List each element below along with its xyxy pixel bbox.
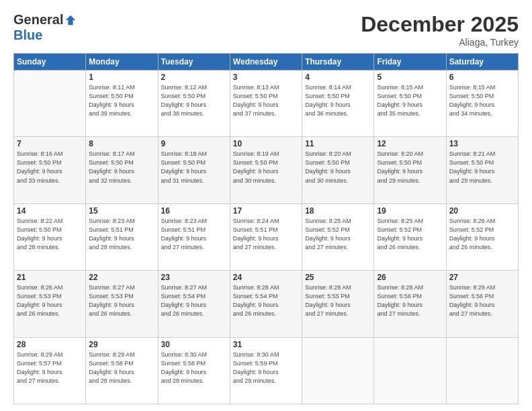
- day-info: Sunrise: 8:23 AM Sunset: 5:51 PM Dayligh…: [161, 217, 227, 252]
- day-cell: 3Sunrise: 8:13 AM Sunset: 5:50 PM Daylig…: [230, 71, 302, 137]
- logo-general: General: [13, 12, 63, 28]
- weekday-header-sunday: Sunday: [14, 54, 86, 71]
- day-cell: 23Sunrise: 8:27 AM Sunset: 5:54 PM Dayli…: [158, 271, 230, 337]
- day-cell: 14Sunrise: 8:22 AM Sunset: 5:50 PM Dayli…: [14, 203, 86, 270]
- day-number: 10: [233, 139, 299, 148]
- day-cell: 17Sunrise: 8:24 AM Sunset: 5:51 PM Dayli…: [230, 203, 302, 270]
- day-info: Sunrise: 8:30 AM Sunset: 5:59 PM Dayligh…: [233, 351, 299, 385]
- day-cell: 31Sunrise: 8:30 AM Sunset: 5:59 PM Dayli…: [230, 337, 302, 404]
- day-number: 3: [233, 73, 299, 82]
- day-info: Sunrise: 8:29 AM Sunset: 5:58 PM Dayligh…: [89, 351, 154, 385]
- day-info: Sunrise: 8:14 AM Sunset: 5:50 PM Dayligh…: [305, 83, 371, 118]
- day-info: Sunrise: 8:11 AM Sunset: 5:50 PM Dayligh…: [89, 83, 154, 118]
- day-info: Sunrise: 8:21 AM Sunset: 5:50 PM Dayligh…: [449, 150, 515, 185]
- day-info: Sunrise: 8:28 AM Sunset: 5:55 PM Dayligh…: [305, 283, 371, 318]
- day-number: 20: [449, 206, 515, 216]
- week-row-1: 1Sunrise: 8:11 AM Sunset: 5:50 PM Daylig…: [14, 71, 519, 137]
- day-cell: 19Sunrise: 8:25 AM Sunset: 5:52 PM Dayli…: [374, 203, 446, 270]
- day-number: 27: [449, 273, 515, 282]
- day-number: 26: [377, 273, 443, 282]
- day-cell: 9Sunrise: 8:18 AM Sunset: 5:50 PM Daylig…: [158, 137, 230, 203]
- day-number: 5: [377, 73, 443, 82]
- weekday-header-row: SundayMondayTuesdayWednesdayThursdayFrid…: [14, 54, 519, 71]
- day-info: Sunrise: 8:26 AM Sunset: 5:53 PM Dayligh…: [17, 283, 83, 318]
- weekday-header-wednesday: Wednesday: [230, 54, 302, 71]
- day-number: 17: [233, 206, 299, 216]
- day-cell: 5Sunrise: 8:15 AM Sunset: 5:50 PM Daylig…: [374, 71, 446, 137]
- day-info: Sunrise: 8:18 AM Sunset: 5:50 PM Dayligh…: [161, 150, 227, 185]
- day-cell: 24Sunrise: 8:28 AM Sunset: 5:54 PM Dayli…: [230, 271, 302, 337]
- weekday-header-tuesday: Tuesday: [158, 54, 230, 71]
- week-row-5: 28Sunrise: 8:29 AM Sunset: 5:57 PM Dayli…: [14, 337, 519, 404]
- title-block: December 2025 Aliaga, Turkey: [361, 12, 519, 48]
- day-info: Sunrise: 8:12 AM Sunset: 5:50 PM Dayligh…: [161, 83, 227, 118]
- day-cell: 26Sunrise: 8:28 AM Sunset: 5:56 PM Dayli…: [374, 271, 446, 337]
- day-number: 1: [89, 73, 154, 82]
- day-number: 21: [17, 273, 83, 282]
- day-number: 23: [161, 273, 227, 282]
- day-number: 11: [305, 139, 371, 148]
- page: General Blue December 2025 Aliaga, Turke…: [0, 0, 532, 411]
- day-info: Sunrise: 8:28 AM Sunset: 5:54 PM Dayligh…: [233, 283, 299, 318]
- day-info: Sunrise: 8:27 AM Sunset: 5:53 PM Dayligh…: [89, 283, 154, 318]
- day-number: 13: [449, 139, 515, 148]
- day-info: Sunrise: 8:23 AM Sunset: 5:51 PM Dayligh…: [89, 217, 154, 252]
- day-cell: 29Sunrise: 8:29 AM Sunset: 5:58 PM Dayli…: [86, 337, 158, 404]
- day-number: 4: [305, 73, 371, 82]
- weekday-header-thursday: Thursday: [302, 54, 374, 71]
- day-info: Sunrise: 8:20 AM Sunset: 5:50 PM Dayligh…: [305, 150, 371, 185]
- day-info: Sunrise: 8:15 AM Sunset: 5:50 PM Dayligh…: [449, 83, 515, 118]
- weekday-header-friday: Friday: [374, 54, 446, 71]
- weekday-header-saturday: Saturday: [446, 54, 518, 71]
- day-info: Sunrise: 8:19 AM Sunset: 5:50 PM Dayligh…: [233, 150, 299, 185]
- day-number: 18: [305, 206, 371, 216]
- logo-blue-text: Blue: [13, 28, 42, 43]
- day-info: Sunrise: 8:20 AM Sunset: 5:50 PM Dayligh…: [377, 150, 443, 185]
- day-info: Sunrise: 8:24 AM Sunset: 5:51 PM Dayligh…: [233, 217, 299, 252]
- day-number: 7: [17, 139, 83, 148]
- day-cell: 13Sunrise: 8:21 AM Sunset: 5:50 PM Dayli…: [446, 137, 518, 203]
- week-row-4: 21Sunrise: 8:26 AM Sunset: 5:53 PM Dayli…: [14, 271, 519, 337]
- day-info: Sunrise: 8:26 AM Sunset: 5:52 PM Dayligh…: [449, 217, 515, 252]
- day-cell: [374, 337, 446, 404]
- day-info: Sunrise: 8:29 AM Sunset: 5:57 PM Dayligh…: [17, 351, 83, 385]
- day-cell: 8Sunrise: 8:17 AM Sunset: 5:50 PM Daylig…: [86, 137, 158, 203]
- day-cell: 22Sunrise: 8:27 AM Sunset: 5:53 PM Dayli…: [86, 271, 158, 337]
- day-number: 14: [17, 206, 83, 216]
- day-number: 12: [377, 139, 443, 148]
- day-cell: 21Sunrise: 8:26 AM Sunset: 5:53 PM Dayli…: [14, 271, 86, 337]
- day-info: Sunrise: 8:27 AM Sunset: 5:54 PM Dayligh…: [161, 283, 227, 318]
- day-number: 8: [89, 139, 154, 148]
- day-number: 24: [233, 273, 299, 282]
- day-cell: 6Sunrise: 8:15 AM Sunset: 5:50 PM Daylig…: [446, 71, 518, 137]
- day-info: Sunrise: 8:16 AM Sunset: 5:50 PM Dayligh…: [17, 150, 83, 185]
- day-cell: 27Sunrise: 8:29 AM Sunset: 5:56 PM Dayli…: [446, 271, 518, 337]
- day-number: 22: [89, 273, 154, 282]
- day-number: 6: [449, 73, 515, 82]
- day-cell: [14, 71, 86, 137]
- day-number: 15: [89, 206, 154, 216]
- day-cell: 4Sunrise: 8:14 AM Sunset: 5:50 PM Daylig…: [302, 71, 374, 137]
- logo: General Blue: [13, 12, 77, 43]
- logo-text: General: [13, 12, 77, 28]
- day-cell: 20Sunrise: 8:26 AM Sunset: 5:52 PM Dayli…: [446, 203, 518, 270]
- header: General Blue December 2025 Aliaga, Turke…: [13, 12, 519, 48]
- day-cell: 25Sunrise: 8:28 AM Sunset: 5:55 PM Dayli…: [302, 271, 374, 337]
- day-cell: 10Sunrise: 8:19 AM Sunset: 5:50 PM Dayli…: [230, 137, 302, 203]
- day-info: Sunrise: 8:22 AM Sunset: 5:50 PM Dayligh…: [17, 217, 83, 252]
- day-number: 28: [17, 340, 83, 349]
- day-info: Sunrise: 8:30 AM Sunset: 5:58 PM Dayligh…: [161, 351, 227, 385]
- day-info: Sunrise: 8:13 AM Sunset: 5:50 PM Dayligh…: [233, 83, 299, 118]
- day-number: 29: [89, 340, 154, 349]
- day-cell: 2Sunrise: 8:12 AM Sunset: 5:50 PM Daylig…: [158, 71, 230, 137]
- month-year: December 2025: [361, 12, 519, 37]
- day-info: Sunrise: 8:25 AM Sunset: 5:52 PM Dayligh…: [377, 217, 443, 252]
- day-info: Sunrise: 8:17 AM Sunset: 5:50 PM Dayligh…: [89, 150, 154, 185]
- day-cell: 28Sunrise: 8:29 AM Sunset: 5:57 PM Dayli…: [14, 337, 86, 404]
- day-number: 9: [161, 139, 227, 148]
- day-info: Sunrise: 8:28 AM Sunset: 5:56 PM Dayligh…: [377, 283, 443, 318]
- day-cell: 16Sunrise: 8:23 AM Sunset: 5:51 PM Dayli…: [158, 203, 230, 270]
- logo-icon: [64, 14, 77, 26]
- day-cell: 1Sunrise: 8:11 AM Sunset: 5:50 PM Daylig…: [86, 71, 158, 137]
- day-number: 2: [161, 73, 227, 82]
